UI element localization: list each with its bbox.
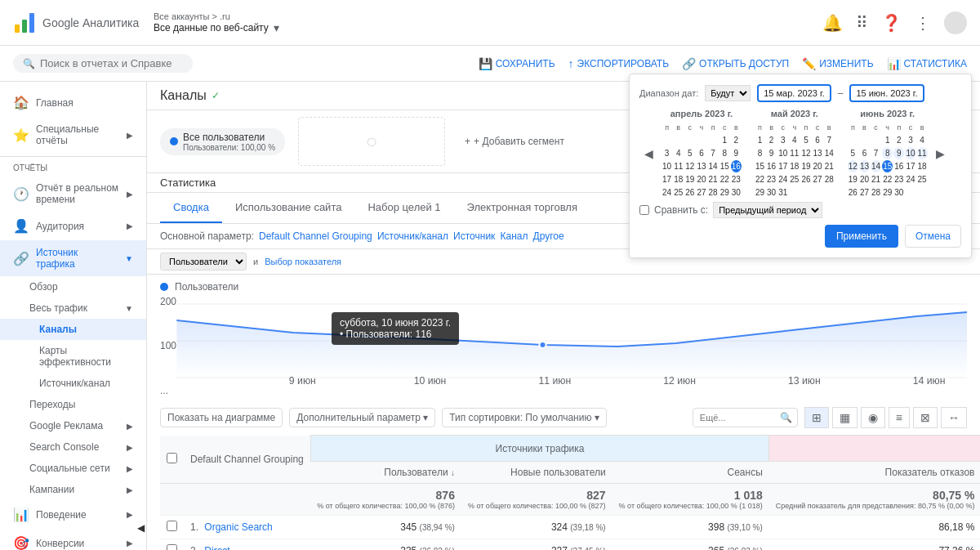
page-title: Все данные по веб-сайту ▾ — [154, 21, 813, 34]
dimension-label: Основной параметр: Default Channel Group… — [160, 230, 564, 242]
sort-users-icon: ↓ — [451, 468, 455, 477]
channel-link[interactable]: Organic Search — [204, 521, 272, 533]
pivot-view-button[interactable]: ⊠ — [913, 407, 938, 428]
cal-next-button[interactable]: ▶ — [931, 145, 950, 162]
dim-default-link[interactable]: Default Channel Grouping — [259, 230, 372, 242]
cal-month-may: май 2023 г. пвсчпсв 1234567 891011121314… — [755, 109, 835, 199]
sidebar-item-traffic[interactable]: 🔗 Источник трафика ▼ — [0, 240, 146, 276]
comparison-view-button[interactable]: ▦ — [832, 407, 858, 428]
help-icon[interactable]: ❓ — [881, 13, 902, 33]
search-input[interactable] — [40, 57, 179, 69]
expand-sc-icon: ▶ — [127, 443, 133, 452]
date-start-input[interactable]: 15 мар. 2023 г. — [757, 84, 831, 102]
chart-container: суббота, 10 июня 2023 г. • Пользователи:… — [160, 296, 967, 394]
tab-summary[interactable]: Сводка — [160, 193, 222, 223]
top-actions: 🔔 ⠿ ❓ ⋮ — [822, 11, 967, 34]
row-checkbox[interactable] — [167, 521, 177, 531]
date-end-input[interactable]: 15 июн. 2023 г. — [849, 84, 924, 102]
edit-button[interactable]: ✏️ ИЗМЕНИТЬ — [802, 57, 873, 70]
primary-dimension-select[interactable]: Пользователи — [160, 253, 247, 271]
apps-icon[interactable]: ⠿ — [856, 13, 868, 33]
apply-date-button[interactable]: Применить — [825, 225, 898, 248]
dim-channel-link[interactable]: Канал — [500, 230, 528, 242]
share-button[interactable]: 🔗 ОТКРЫТЬ ДОСТУП — [682, 57, 789, 70]
sidebar-item-overview[interactable]: Обзор — [0, 276, 146, 297]
segment-name: Все пользователи — [183, 132, 275, 143]
svg-text:9 июн: 9 июн — [289, 375, 316, 386]
export-button[interactable]: ↑ ЭКСПОРТИРОВАТЬ — [568, 57, 669, 70]
cal-month-april-title: апрель 2023 г. — [662, 109, 742, 118]
table-search-box[interactable]: 🔍 — [693, 408, 798, 427]
tab-goal-set[interactable]: Набор целей 1 — [354, 193, 453, 223]
sidebar-item-custom[interactable]: ⭐ Специальные отчёты ▶ — [0, 117, 146, 153]
table-search-input[interactable] — [693, 409, 775, 426]
save-button[interactable]: 💾 СОХРАНИТЬ — [479, 57, 555, 70]
collapse-traffic-icon: ▼ — [125, 254, 133, 263]
sidebar-item-audience[interactable]: 👤 Аудитория ▶ — [0, 212, 146, 240]
sidebar-item-social[interactable]: Социальные сети ▶ — [0, 458, 146, 479]
more-icon[interactable]: ⋮ — [915, 13, 931, 33]
add-dimension-button[interactable]: Дополнительный параметр ▾ — [289, 408, 435, 427]
grid-view-button[interactable]: ⊞ — [804, 407, 829, 428]
sort-type-button[interactable]: Тип сортировки: По умолчанию ▾ — [442, 408, 607, 427]
sidebar-item-referrals[interactable]: Переходы — [0, 394, 146, 415]
sidebar-item-home[interactable]: 🏠 Главная — [0, 88, 146, 117]
cancel-date-button[interactable]: Отмена — [905, 225, 961, 248]
page-title-dropdown-icon[interactable]: ▾ — [274, 21, 279, 34]
show-in-chart-button[interactable]: Показать на диаграмме — [160, 408, 283, 427]
compare-label: Сравнить с: — [654, 204, 708, 216]
th-sessions[interactable]: Сеансы — [612, 462, 769, 484]
search-box[interactable]: 🔍 — [13, 54, 193, 73]
row-checkbox[interactable] — [167, 544, 177, 550]
notifications-icon[interactable]: 🔔 — [822, 13, 843, 33]
dim-other-link[interactable]: Другое — [533, 230, 564, 242]
sidebar-item-channels[interactable]: Каналы — [0, 319, 146, 340]
collapse-sidebar-button[interactable]: ◀ — [137, 522, 145, 534]
user-avatar[interactable] — [944, 11, 967, 34]
svg-rect-2 — [29, 13, 34, 33]
breadcrumb: Все аккаунты > .ru — [154, 11, 813, 21]
sidebar-item-source-channel[interactable]: Источник/канал — [0, 373, 146, 394]
th-new-users[interactable]: Новые пользователи — [461, 462, 612, 484]
breadcrumb-area: Все аккаунты > .ru Все данные по веб-сай… — [154, 11, 813, 34]
total-dimension-cell — [184, 484, 310, 516]
table-search-icon[interactable]: 🔍 — [775, 409, 797, 427]
channel-link[interactable]: Direct — [204, 545, 229, 550]
compare-period-select[interactable]: Предыдущий период — [713, 202, 822, 218]
verified-icon: ✓ — [212, 90, 220, 101]
tab-ecommerce[interactable]: Электронная торговля — [454, 193, 590, 223]
sidebar-item-conversions[interactable]: 🎯 Конверсии ▶ — [0, 529, 146, 550]
segment-all-users[interactable]: Все пользователи Пользователи: 100,00 % — [160, 128, 285, 155]
metric-picker-link[interactable]: Выбор показателя — [265, 257, 341, 266]
th-users[interactable]: Пользователи ↓ — [310, 462, 461, 484]
tab-site-usage[interactable]: Использование сайта — [222, 193, 355, 223]
select-all-checkbox[interactable] — [167, 453, 177, 463]
pie-view-button[interactable]: ◉ — [861, 407, 885, 428]
compare-checkbox[interactable] — [639, 205, 649, 215]
cal-prev-button[interactable]: ◀ — [639, 145, 658, 162]
dim-source-channel-link[interactable]: Источник/канал — [377, 230, 448, 242]
sidebar-item-search-console[interactable]: Search Console ▶ — [0, 436, 146, 458]
add-segment-button[interactable]: + + Добавить сегмент — [458, 132, 571, 150]
metric-view-button[interactable]: ≡ — [889, 407, 910, 428]
stats-button[interactable]: 📊 СТАТИСТИКА — [887, 57, 967, 70]
th-bounce-rate[interactable]: Показатель отказов — [769, 462, 980, 484]
add-segment-icon: + — [465, 136, 470, 147]
content-area: Каналы ✓ Все пользователи Пользователи: … — [147, 82, 980, 550]
sidebar-item-realtime[interactable]: 🕐 Отчёт в реальном времени ▶ — [0, 176, 146, 212]
expand-adwords-icon: ▶ — [127, 422, 133, 431]
expand-social-icon: ▶ — [127, 464, 133, 473]
table-body: 1. Organic Search 345 (38,94 %) 324 (39,… — [160, 516, 980, 551]
conversions-icon: 🎯 — [13, 535, 29, 550]
sidebar-item-campaigns[interactable]: Кампании ▶ — [0, 479, 146, 500]
sidebar-item-adwords[interactable]: Google Реклама ▶ — [0, 415, 146, 436]
sidebar-item-behavior[interactable]: 📊 Поведение ▶ — [0, 500, 146, 529]
sidebar-item-treemap[interactable]: Карты эффективности — [0, 340, 146, 373]
cal-grid-may: пвсчпсв 1234567 891011121314 15161718192… — [755, 122, 835, 199]
lifetime-view-button[interactable]: ↔ — [941, 407, 967, 428]
date-range-type-select[interactable]: Будут — [705, 85, 751, 101]
sidebar-item-all-traffic[interactable]: Весь трафик ▼ — [0, 297, 146, 319]
expand-behavior-icon: ▶ — [127, 510, 133, 519]
row-num: 2. — [190, 545, 198, 550]
dim-source-link[interactable]: Источник — [453, 230, 495, 242]
